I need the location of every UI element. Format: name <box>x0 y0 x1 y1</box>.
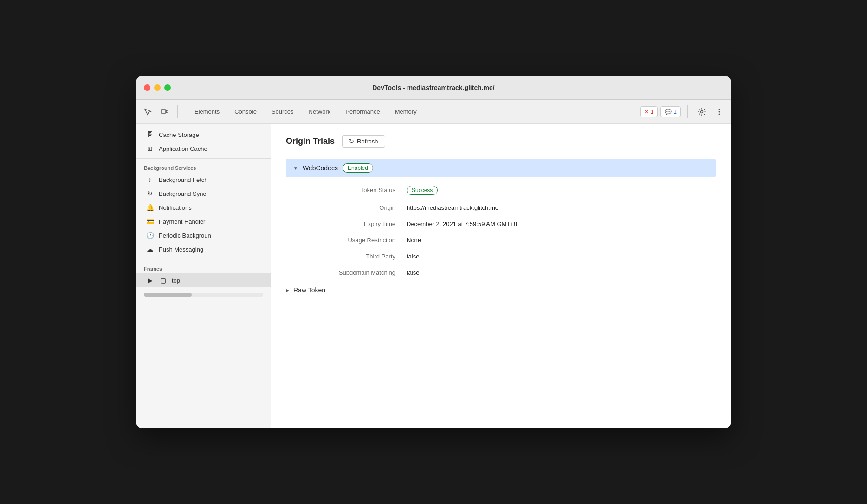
raw-token-label: Raw Token <box>293 286 325 294</box>
right-divider <box>687 105 688 118</box>
toolbar-right: ✕ 1 💬 1 <box>640 104 727 119</box>
trial-arrow-icon: ▼ <box>293 166 298 171</box>
sidebar-scrollbar[interactable] <box>144 293 263 297</box>
svg-rect-1 <box>166 110 168 113</box>
page-title: Origin Trials <box>286 136 335 146</box>
sidebar-divider-2 <box>136 259 271 259</box>
more-icon[interactable] <box>712 104 727 119</box>
periodic-bg-icon: 🕐 <box>146 232 154 239</box>
sidebar-item-label: Payment Handler <box>159 218 205 225</box>
title-bar: DevTools - mediastreamtrack.glitch.me/ <box>136 76 731 100</box>
expand-icon: ▶ <box>146 277 154 284</box>
sidebar-item-label: Notifications <box>159 204 192 211</box>
main-area: 🗄 Cache Storage ⊞ Application Cache Back… <box>136 124 731 428</box>
bg-fetch-icon: ↕ <box>146 176 154 183</box>
sidebar-item-payment-handler[interactable]: 💳 Payment Handler <box>136 214 271 228</box>
raw-token-row[interactable]: ▶ Raw Token <box>286 281 716 299</box>
close-button[interactable] <box>144 84 150 91</box>
refresh-button[interactable]: ↻ Refresh <box>342 135 385 148</box>
content-header: Origin Trials ↻ Refresh <box>286 135 716 148</box>
push-messaging-icon: ☁ <box>146 246 154 253</box>
sidebar-item-bg-fetch[interactable]: ↕ Background Fetch <box>136 173 271 187</box>
detail-table: Token Status Success Origin https://medi… <box>286 181 716 281</box>
refresh-label: Refresh <box>357 138 378 145</box>
minimize-button[interactable] <box>154 84 161 91</box>
application-cache-icon: ⊞ <box>146 145 154 152</box>
message-badge-button[interactable]: 💬 1 <box>660 106 681 117</box>
svg-point-4 <box>719 111 720 112</box>
notifications-icon: 🔔 <box>146 204 154 211</box>
payment-handler-icon: 💳 <box>146 218 154 225</box>
sidebar-item-periodic-bg[interactable]: 🕐 Periodic Backgroun <box>136 228 271 242</box>
svg-point-3 <box>719 109 720 110</box>
toolbar-left <box>140 104 181 119</box>
origin-value: https://mediastreamtrack.glitch.me <box>407 204 498 211</box>
device-icon[interactable] <box>157 104 172 119</box>
raw-token-arrow-icon: ▶ <box>286 288 290 293</box>
devtools-window: DevTools - mediastreamtrack.glitch.me/ E… <box>136 76 731 428</box>
expiry-label: Expiry Time <box>286 220 407 227</box>
origin-label: Origin <box>286 204 407 211</box>
sidebar-item-label: Application Cache <box>159 145 207 152</box>
svg-point-2 <box>701 110 703 113</box>
cache-storage-icon: 🗄 <box>146 131 154 138</box>
message-icon: 💬 <box>665 109 672 115</box>
sidebar-scrollbar-thumb <box>144 293 192 297</box>
sidebar-item-application-cache[interactable]: ⊞ Application Cache <box>136 142 271 155</box>
token-status-value: Success <box>407 186 438 195</box>
usage-restriction-label: Usage Restriction <box>286 237 407 244</box>
main-tabs: Elements Console Sources Network Perform… <box>187 105 640 118</box>
trial-name: WebCodecs <box>303 164 338 172</box>
usage-restriction-row: Usage Restriction None <box>286 232 716 248</box>
origin-row: Origin https://mediastreamtrack.glitch.m… <box>286 200 716 216</box>
sidebar-item-cache-storage[interactable]: 🗄 Cache Storage <box>136 128 271 142</box>
frames-label: Frames <box>136 262 271 273</box>
tab-network[interactable]: Network <box>301 105 338 118</box>
subdomain-label: Subdomain Matching <box>286 269 407 276</box>
sidebar-item-notifications[interactable]: 🔔 Notifications <box>136 200 271 214</box>
sidebar-item-label: Background Sync <box>159 190 206 197</box>
usage-restriction-value: None <box>407 237 421 244</box>
error-icon: ✕ <box>644 109 649 115</box>
sidebar-item-push-messaging[interactable]: ☁ Push Messaging <box>136 242 271 256</box>
settings-icon[interactable] <box>694 104 709 119</box>
error-badge-button[interactable]: ✕ 1 <box>640 106 658 117</box>
svg-point-5 <box>719 113 720 115</box>
token-status-label: Token Status <box>286 187 407 194</box>
sidebar-item-top[interactable]: ▶ ▢ top <box>136 273 271 287</box>
tab-memory[interactable]: Memory <box>388 105 424 118</box>
inspect-icon[interactable] <box>140 104 155 119</box>
tab-bar: Elements Console Sources Network Perform… <box>136 100 731 124</box>
third-party-row: Third Party false <box>286 248 716 265</box>
tab-console[interactable]: Console <box>227 105 264 118</box>
window-title: DevTools - mediastreamtrack.glitch.me/ <box>372 84 495 91</box>
sidebar-item-label: Background Fetch <box>159 176 208 183</box>
subdomain-value: false <box>407 269 419 276</box>
expiry-value: December 2, 2021 at 7:59:59 AM GMT+8 <box>407 220 517 227</box>
refresh-icon: ↻ <box>349 138 354 145</box>
third-party-label: Third Party <box>286 253 407 260</box>
sidebar-divider-1 <box>136 158 271 159</box>
subdomain-row: Subdomain Matching false <box>286 265 716 281</box>
bg-sync-icon: ↻ <box>146 190 154 197</box>
sidebar-item-bg-sync[interactable]: ↻ Background Sync <box>136 187 271 200</box>
background-services-label: Background Services <box>136 162 271 173</box>
sidebar-item-label: Push Messaging <box>159 246 203 253</box>
sidebar-item-label: Periodic Backgroun <box>159 232 211 239</box>
expiry-row: Expiry Time December 2, 2021 at 7:59:59 … <box>286 216 716 232</box>
tab-sources[interactable]: Sources <box>264 105 301 118</box>
tab-elements[interactable]: Elements <box>187 105 227 118</box>
tab-performance[interactable]: Performance <box>338 105 387 118</box>
traffic-lights <box>144 84 171 91</box>
maximize-button[interactable] <box>164 84 171 91</box>
sidebar-item-label: Cache Storage <box>159 131 199 138</box>
trial-header[interactable]: ▼ WebCodecs Enabled <box>293 163 708 173</box>
svg-rect-0 <box>161 110 166 113</box>
trial-section: ▼ WebCodecs Enabled <box>286 159 716 177</box>
sidebar: 🗄 Cache Storage ⊞ Application Cache Back… <box>136 124 271 428</box>
third-party-value: false <box>407 253 419 260</box>
sidebar-item-label: top <box>172 277 180 284</box>
error-count: 1 <box>651 109 654 115</box>
trial-enabled-badge: Enabled <box>343 163 373 173</box>
folder-icon: ▢ <box>159 277 167 284</box>
